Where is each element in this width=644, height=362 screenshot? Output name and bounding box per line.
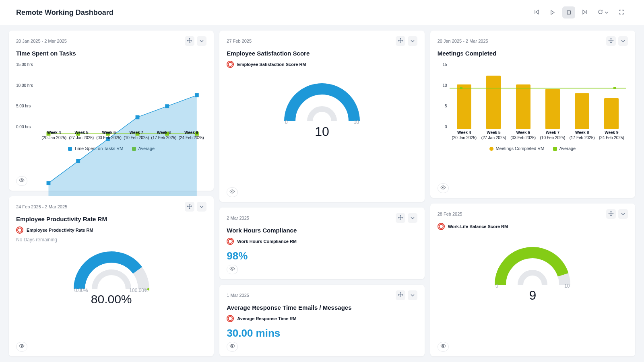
visibility-button[interactable] bbox=[227, 342, 238, 352]
visibility-button[interactable] bbox=[16, 176, 27, 186]
drag-handle[interactable] bbox=[396, 36, 405, 46]
target-icon bbox=[16, 226, 23, 234]
card-title: Meetings Completed bbox=[438, 50, 628, 57]
visibility-button[interactable] bbox=[227, 187, 238, 197]
goal-label: Average Response Time RM bbox=[237, 316, 296, 321]
svg-point-17 bbox=[232, 268, 233, 269]
menu-button[interactable] bbox=[408, 290, 417, 300]
svg-rect-1 bbox=[47, 181, 51, 185]
drag-handle[interactable] bbox=[185, 36, 194, 46]
svg-rect-2 bbox=[76, 159, 80, 163]
chart-legend: Meetings Completed RM Average bbox=[438, 143, 628, 152]
refresh-icon bbox=[598, 9, 603, 16]
date-range: 24 Feb 2025 - 2 Mar 2025 bbox=[16, 204, 67, 209]
date-range: 20 Jan 2025 - 2 Mar 2025 bbox=[438, 39, 488, 43]
rewind-button[interactable] bbox=[530, 6, 543, 19]
gauge-min: 0 bbox=[495, 283, 498, 289]
move-icon bbox=[398, 292, 403, 299]
gauge-max: 100.00% bbox=[129, 288, 148, 293]
date-range: 20 Jan 2025 - 2 Mar 2025 bbox=[16, 39, 67, 43]
eye-icon bbox=[229, 266, 235, 273]
legend-avg: Average bbox=[559, 146, 576, 151]
menu-button[interactable] bbox=[197, 36, 206, 46]
goal-label: Employee Satisfaction Score RM bbox=[237, 62, 306, 67]
card-time-spent[interactable]: 20 Jan 2025 - 2 Mar 2025 Time Spent on T… bbox=[9, 31, 214, 191]
stop-button[interactable] bbox=[562, 6, 575, 19]
card-balance[interactable]: 28 Feb 2025 Work-Life Balance Score RM 0 bbox=[430, 204, 635, 356]
drag-handle[interactable] bbox=[396, 290, 405, 300]
goal-row: Employee Satisfaction Score RM bbox=[227, 61, 417, 68]
move-icon bbox=[609, 37, 613, 45]
menu-button[interactable] bbox=[408, 36, 417, 46]
card-productivity[interactable]: 24 Feb 2025 - 2 Mar 2025 Employee Produc… bbox=[9, 196, 214, 356]
column-1: 20 Jan 2025 - 2 Mar 2025 Time Spent on T… bbox=[9, 31, 214, 356]
gauge-max: 10 bbox=[354, 119, 359, 125]
menu-button[interactable] bbox=[408, 213, 417, 223]
move-icon bbox=[187, 37, 192, 45]
gauge-value: 9 bbox=[529, 288, 536, 303]
drag-handle[interactable] bbox=[606, 36, 616, 46]
meetings-chart: 151050 Week 4(20 Jan 2025)Week 5(27 Jan … bbox=[438, 62, 628, 143]
eye-icon bbox=[229, 189, 235, 196]
target-icon bbox=[438, 223, 445, 230]
eye-icon bbox=[19, 177, 25, 185]
menu-button[interactable] bbox=[618, 36, 628, 46]
svg-rect-5 bbox=[165, 104, 169, 108]
chevron-down-icon bbox=[411, 37, 415, 45]
play-icon bbox=[551, 10, 555, 16]
dashboard-grid: 20 Jan 2025 - 2 Mar 2025 Time Spent on T… bbox=[0, 25, 644, 362]
drag-handle[interactable] bbox=[606, 209, 616, 219]
goal-row: Employee Productivity Rate RM bbox=[16, 226, 206, 234]
chevron-down-icon bbox=[200, 37, 204, 45]
fullscreen-button[interactable] bbox=[615, 6, 628, 19]
goal-label: Work-Life Balance Score RM bbox=[448, 224, 508, 229]
eye-icon bbox=[440, 343, 446, 350]
time-spent-chart: 15.00 hrs10.00 hrs5.00 hrs0.00 hrs Week … bbox=[16, 62, 206, 143]
refresh-button[interactable] bbox=[594, 6, 612, 19]
svg-rect-4 bbox=[136, 115, 140, 119]
play-button[interactable] bbox=[546, 6, 559, 19]
eye-icon bbox=[440, 185, 446, 192]
menu-button[interactable] bbox=[618, 209, 628, 219]
move-icon bbox=[398, 214, 403, 222]
chevron-down-icon bbox=[621, 210, 625, 218]
playback-controls bbox=[530, 6, 628, 19]
move-icon bbox=[398, 37, 403, 45]
gauge-max: 10 bbox=[564, 283, 570, 289]
visibility-button[interactable] bbox=[227, 265, 238, 274]
card-compliance[interactable]: 2 Mar 2025 Work Hours Compliance Work Ho… bbox=[219, 208, 424, 279]
stop-icon bbox=[567, 10, 571, 16]
column-2: 27 Feb 2025 Employee Satisfaction Score … bbox=[219, 31, 424, 356]
chevron-down-icon bbox=[605, 10, 609, 16]
svg-point-13 bbox=[21, 179, 23, 181]
svg-point-20 bbox=[442, 345, 444, 347]
date-range: 27 Feb 2025 bbox=[227, 39, 252, 43]
date-range: 1 Mar 2025 bbox=[227, 293, 249, 298]
target-icon bbox=[227, 238, 234, 245]
card-response-time[interactable]: 1 Mar 2025 Average Response Time Emails … bbox=[219, 285, 424, 356]
drag-handle[interactable] bbox=[396, 213, 405, 223]
forward-button[interactable] bbox=[578, 6, 591, 19]
visibility-button[interactable] bbox=[438, 183, 449, 193]
gauge-min: 0.00% bbox=[74, 288, 88, 293]
card-meetings[interactable]: 20 Jan 2025 - 2 Mar 2025 Meetings Comple… bbox=[430, 31, 635, 198]
goal-row: Work-Life Balance Score RM bbox=[438, 223, 628, 230]
page-title: Remote Working Dashboard bbox=[16, 8, 114, 17]
eye-icon bbox=[19, 343, 25, 350]
visibility-button[interactable] bbox=[16, 342, 27, 352]
gauge-value: 10 bbox=[315, 124, 329, 139]
remaining-text: No Days remaining bbox=[16, 237, 206, 243]
balance-gauge: 0 10 9 bbox=[438, 241, 628, 303]
card-title: Average Response Time Emails / Messages bbox=[227, 304, 417, 311]
column-3: 20 Jan 2025 - 2 Mar 2025 Meetings Comple… bbox=[430, 31, 635, 356]
drag-handle[interactable] bbox=[185, 202, 194, 212]
goal-row: Work Hours Compliance RM bbox=[227, 238, 417, 245]
card-satisfaction[interactable]: 27 Feb 2025 Employee Satisfaction Score … bbox=[219, 31, 424, 202]
legend-series: Meetings Completed RM bbox=[495, 146, 544, 151]
card-title: Time Spent on Tasks bbox=[16, 50, 206, 57]
date-range: 28 Feb 2025 bbox=[438, 212, 462, 216]
move-icon bbox=[187, 203, 192, 210]
visibility-button[interactable] bbox=[438, 342, 449, 352]
fullscreen-icon bbox=[619, 10, 624, 16]
menu-button[interactable] bbox=[197, 202, 206, 212]
